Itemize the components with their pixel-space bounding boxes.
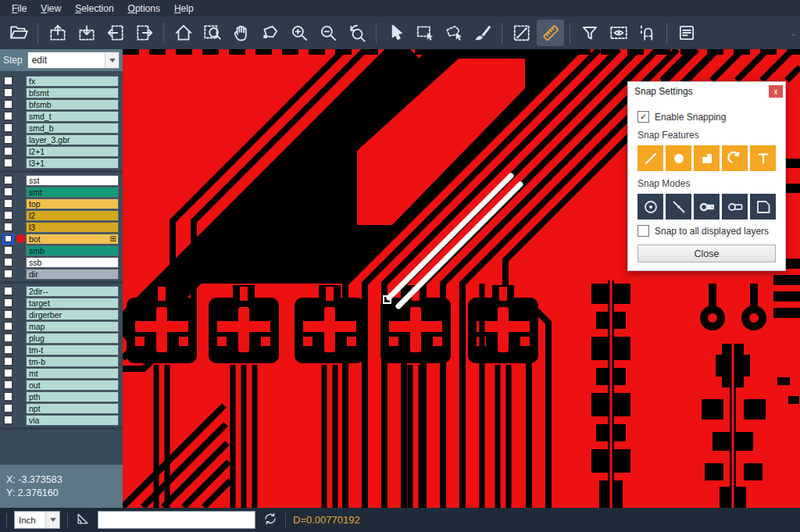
layer-name[interactable]: pth (26, 391, 119, 402)
active-layer-indicator[interactable] (16, 234, 26, 243)
layer-name[interactable]: 2dir-- (26, 286, 119, 297)
layer-row-bfsmt[interactable]: bfsmt (0, 87, 123, 98)
menu-selection[interactable]: Selection (68, 2, 120, 16)
layer-name[interactable]: l2 (26, 210, 119, 221)
import-up-button[interactable] (44, 20, 71, 46)
snap-mode-slot-outline-button[interactable] (722, 194, 748, 220)
layer-name[interactable]: l3+1 (26, 158, 119, 169)
menu-options[interactable]: Options (121, 2, 167, 16)
layer-name[interactable]: dirgerber (26, 309, 119, 320)
enable-snapping-row[interactable]: ✓ Enable Snapping (638, 111, 776, 123)
layer-row-l3[interactable]: l3 (0, 221, 123, 233)
layer-visibility-checkbox[interactable] (0, 175, 16, 185)
close-icon[interactable]: x (769, 85, 783, 98)
layer-name[interactable]: tm-b (26, 356, 119, 367)
layer-visibility-checkbox[interactable] (0, 134, 16, 145)
layer-visibility-checkbox[interactable] (0, 403, 16, 413)
filter-button[interactable] (576, 20, 603, 46)
menu-file[interactable]: File (5, 2, 34, 16)
layer-visibility-checkbox[interactable] (0, 333, 16, 343)
snap-feature-surface-corner-button[interactable] (694, 145, 720, 171)
open-folder-button[interactable] (5, 20, 32, 46)
layer-name[interactable]: smt (26, 187, 119, 198)
layers-panel-button[interactable] (673, 20, 700, 46)
layer-name[interactable]: mt (26, 368, 119, 379)
layer-row-l3+1[interactable]: l3+1 (0, 157, 123, 169)
snap-mode-contour-button[interactable] (750, 194, 776, 220)
layer-name[interactable]: l3 (26, 222, 119, 233)
layer-row-fx[interactable]: fx (0, 75, 123, 87)
select-cursor-button[interactable] (382, 20, 409, 46)
layer-visibility-checkbox[interactable] (0, 321, 16, 331)
snap-feature-pad-circle-button[interactable] (666, 145, 691, 171)
zoom-out-button[interactable] (314, 20, 341, 46)
layer-name[interactable]: target (26, 298, 119, 309)
layer-name[interactable]: bfsmb (26, 99, 119, 110)
layer-row-plug[interactable]: plug (0, 332, 123, 344)
layer-row-top[interactable]: top (0, 198, 123, 209)
layer-name[interactable]: tm-t (26, 345, 119, 355)
layer-row-sst[interactable]: sst (0, 174, 123, 186)
pcb-canvas[interactable]: Snap Settings x ✓ Enable Snapping Snap F… (123, 49, 800, 508)
snap-magnet-button[interactable] (634, 20, 661, 46)
select-rectangle-button[interactable] (411, 20, 438, 46)
layer-visibility-checkbox[interactable] (0, 245, 16, 255)
layer-row-dirgerber[interactable]: dirgerber (0, 309, 123, 320)
layer-row-smd_t[interactable]: smd_t (0, 110, 123, 122)
layer-visibility-checkbox[interactable] (0, 380, 16, 390)
layer-name[interactable]: fx (26, 76, 119, 87)
sync-icon[interactable] (262, 511, 278, 530)
menu-help[interactable]: Help (167, 2, 201, 16)
layer-row-l2+1[interactable]: l2+1 (0, 145, 123, 157)
grid-icon[interactable]: ⊞ (110, 235, 116, 243)
layer-row-via[interactable]: via (0, 414, 123, 426)
ruler-button[interactable] (537, 20, 564, 46)
layer-visibility-checkbox[interactable] (0, 234, 16, 245)
snap-feature-arc-button[interactable] (722, 145, 748, 171)
snap-all-layers-checkbox[interactable] (638, 225, 649, 237)
import-down-button[interactable] (73, 20, 100, 46)
layer-visibility-checkbox[interactable] (0, 158, 16, 168)
snap-feature-line-button[interactable] (638, 145, 663, 171)
layer-row-smt[interactable]: smt (0, 186, 123, 198)
layer-row-layer_3.gbr[interactable]: layer_3.gbr (0, 134, 123, 145)
snap-dialog-titlebar[interactable]: Snap Settings x (628, 82, 785, 101)
layer-visibility-checkbox[interactable] (0, 222, 16, 232)
layer-row-dir[interactable]: dir (0, 268, 123, 280)
layer-visibility-checkbox[interactable] (0, 368, 16, 378)
layer-visibility-checkbox[interactable] (0, 99, 16, 109)
layer-name[interactable]: dir (26, 269, 119, 280)
layer-visibility-checkbox[interactable] (0, 309, 16, 320)
zoom-window-button[interactable] (198, 20, 226, 46)
layer-row-tm-b[interactable]: tm-b (0, 355, 123, 367)
pan-hand-button[interactable] (227, 20, 255, 46)
layer-name[interactable]: map (26, 321, 119, 332)
zoom-previous-button[interactable] (343, 20, 370, 46)
view-eye-button[interactable] (605, 20, 632, 46)
layer-row-smd_b[interactable]: smd_b (0, 122, 123, 134)
layer-visibility-checkbox[interactable] (0, 269, 16, 279)
layer-name[interactable]: bfsmt (26, 87, 119, 98)
layer-name[interactable]: npt (26, 403, 119, 414)
layer-visibility-checkbox[interactable] (0, 187, 16, 197)
layer-visibility-checkbox[interactable] (0, 210, 16, 220)
layer-row-bot[interactable]: bot⊞ (0, 233, 123, 245)
chevron-down-icon[interactable] (105, 52, 119, 68)
layer-name[interactable]: l2+1 (26, 146, 119, 157)
layer-visibility-checkbox[interactable] (0, 286, 16, 296)
layer-visibility-checkbox[interactable] (0, 298, 16, 308)
layer-visibility-checkbox[interactable] (0, 345, 16, 355)
layer-name[interactable]: smd_b (26, 123, 119, 134)
layer-name[interactable]: smb (26, 245, 119, 256)
layer-visibility-checkbox[interactable] (0, 356, 16, 366)
layer-row-npt[interactable]: npt (0, 402, 123, 414)
angle-measure-icon[interactable] (75, 511, 91, 530)
layer-row-target[interactable]: target (0, 297, 123, 309)
layer-row-l2[interactable]: l2 (0, 209, 123, 221)
select-polygon-button[interactable] (440, 20, 467, 46)
layer-visibility-checkbox[interactable] (0, 111, 16, 121)
home-view-button[interactable] (170, 20, 197, 46)
layer-visibility-checkbox[interactable] (0, 257, 16, 267)
snap-mode-slot-filled-button[interactable] (694, 194, 720, 220)
layer-row-map[interactable]: map (0, 320, 123, 332)
